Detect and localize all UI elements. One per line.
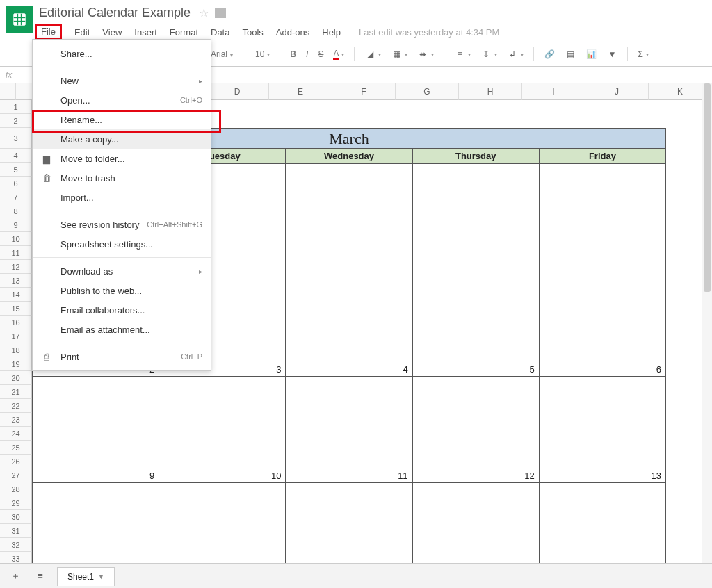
- menu-tools[interactable]: Tools: [242, 27, 263, 38]
- calendar-cell[interactable]: 6: [540, 270, 666, 377]
- row-1[interactable]: 1: [0, 100, 32, 114]
- wrap-button[interactable]: ↲: [504, 47, 526, 61]
- row-26[interactable]: 26: [0, 455, 32, 468]
- row-24[interactable]: 24: [0, 427, 32, 441]
- calendar-cell[interactable]: 10: [159, 377, 286, 483]
- select-all-corner[interactable]: [0, 83, 16, 100]
- file-menu-item[interactable]: Import...: [33, 188, 211, 207]
- col-J[interactable]: J: [585, 83, 649, 100]
- menu-format[interactable]: Format: [170, 27, 198, 38]
- menu-insert[interactable]: Insert: [134, 27, 157, 38]
- calendar-cell[interactable]: 16: [32, 483, 159, 570]
- calendar-cell[interactable]: 9: [32, 377, 159, 483]
- calendar-cell[interactable]: [413, 164, 540, 270]
- menu-file[interactable]: File: [35, 24, 62, 40]
- menu-data[interactable]: Data: [211, 27, 229, 38]
- file-menu-item[interactable]: ⎙PrintCtrl+P: [33, 347, 211, 366]
- row-30[interactable]: 30: [0, 510, 32, 524]
- file-menu-item[interactable]: Open...Ctrl+O: [33, 90, 211, 110]
- row-27[interactable]: 27: [0, 468, 32, 482]
- file-menu-dropdown[interactable]: Share...New▸Open...Ctrl+ORename...Make a…: [32, 39, 211, 371]
- row-31[interactable]: 31: [0, 524, 32, 538]
- row-17[interactable]: 17: [0, 329, 32, 343]
- row-23[interactable]: 23: [0, 413, 32, 427]
- font-size-select[interactable]: 10: [252, 48, 273, 60]
- calendar-cell[interactable]: 17: [159, 483, 286, 570]
- row-13[interactable]: 13: [0, 274, 32, 288]
- row-12[interactable]: 12: [0, 260, 32, 274]
- file-menu-item[interactable]: Email collaborators...: [33, 300, 211, 320]
- calendar-cell[interactable]: 19: [413, 483, 540, 570]
- row-25[interactable]: 25: [0, 441, 32, 455]
- col-G[interactable]: G: [396, 83, 459, 100]
- row-15[interactable]: 15: [0, 302, 32, 316]
- halign-button[interactable]: ≡: [451, 47, 474, 61]
- row-21[interactable]: 21: [0, 385, 32, 399]
- calendar-cell[interactable]: 5: [413, 270, 540, 377]
- comment-button[interactable]: ▤: [562, 47, 578, 61]
- calendar-cell[interactable]: 4: [286, 270, 412, 377]
- row-11[interactable]: 11: [0, 246, 32, 260]
- file-menu-item[interactable]: Download as▸: [33, 261, 211, 281]
- italic-button[interactable]: I: [303, 48, 311, 60]
- row-5[interactable]: 5: [0, 163, 32, 177]
- strike-button[interactable]: S: [315, 48, 326, 60]
- row-28[interactable]: 28: [0, 482, 32, 496]
- chart-button[interactable]: 📊: [583, 47, 599, 61]
- file-menu-item[interactable]: Spreadsheet settings...: [33, 234, 211, 254]
- row-3[interactable]: 3: [0, 128, 32, 149]
- file-menu-item[interactable]: Share...: [33, 44, 211, 63]
- text-color-button[interactable]: A: [330, 47, 347, 62]
- calendar-cell[interactable]: 13: [540, 377, 666, 483]
- row-19[interactable]: 19: [0, 357, 32, 371]
- col-I[interactable]: I: [522, 83, 585, 100]
- menu-view[interactable]: View: [102, 27, 122, 38]
- valign-button[interactable]: ↧: [478, 47, 500, 61]
- calendar-cell[interactable]: [286, 164, 412, 270]
- file-menu-item[interactable]: 🗑Move to trash: [33, 168, 211, 188]
- calendar-cell[interactable]: 12: [413, 377, 540, 483]
- all-sheets-button[interactable]: ≡: [32, 568, 49, 571]
- file-menu-item[interactable]: Email as attachment...: [33, 320, 211, 339]
- row-32[interactable]: 32: [0, 538, 32, 552]
- row-14[interactable]: 14: [0, 288, 32, 302]
- file-menu-item[interactable]: See revision historyCtrl+Alt+Shift+G: [33, 215, 211, 234]
- calendar-cell[interactable]: 11: [286, 377, 412, 483]
- link-button[interactable]: 🔗: [541, 47, 558, 61]
- col-H[interactable]: H: [459, 83, 522, 100]
- file-menu-item[interactable]: Publish to the web...: [33, 281, 211, 300]
- col-E[interactable]: E: [269, 83, 332, 100]
- row-7[interactable]: 7: [0, 190, 32, 204]
- row-10[interactable]: 10: [0, 232, 32, 246]
- functions-button[interactable]: Σ: [635, 48, 651, 60]
- row-29[interactable]: 29: [0, 496, 32, 510]
- folder-icon[interactable]: [215, 8, 226, 18]
- doc-title[interactable]: Editorial Calendar Example: [39, 6, 191, 20]
- sheet-tab[interactable]: Sheet1▼: [57, 567, 115, 570]
- merge-button[interactable]: ⬌: [414, 47, 437, 61]
- file-menu-item[interactable]: Rename...: [33, 110, 211, 129]
- fill-color-button[interactable]: ◢: [362, 47, 384, 61]
- col-F[interactable]: F: [332, 83, 396, 100]
- row-6[interactable]: 6: [0, 177, 32, 190]
- col-D[interactable]: D: [206, 83, 269, 100]
- row-9[interactable]: 9: [0, 218, 32, 232]
- row-8[interactable]: 8: [0, 204, 32, 218]
- row-18[interactable]: 18: [0, 343, 32, 357]
- filter-button[interactable]: ▼: [604, 47, 620, 61]
- row-4[interactable]: 4: [0, 149, 32, 163]
- font-name-select[interactable]: Arial: [210, 49, 238, 60]
- borders-button[interactable]: ▦: [388, 47, 410, 61]
- row-22[interactable]: 22: [0, 399, 32, 413]
- sheets-logo[interactable]: [6, 6, 33, 33]
- row-20[interactable]: 20: [0, 371, 32, 385]
- calendar-cell[interactable]: 18: [286, 483, 412, 570]
- vertical-scrollbar[interactable]: [702, 83, 712, 563]
- file-menu-item[interactable]: Make a copy...: [33, 129, 211, 149]
- calendar-cell[interactable]: 20: [540, 483, 666, 570]
- file-menu-item[interactable]: ▆Move to folder...: [33, 149, 211, 168]
- row-16[interactable]: 16: [0, 316, 32, 329]
- menu-help[interactable]: Help: [322, 27, 341, 38]
- row-2[interactable]: 2: [0, 114, 32, 128]
- star-icon[interactable]: ☆: [199, 6, 209, 19]
